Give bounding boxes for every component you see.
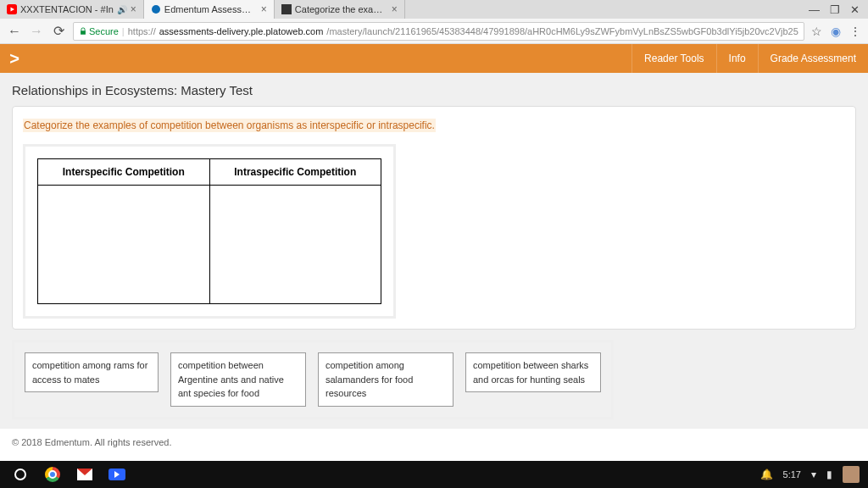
tab-title: Categorize the example [295, 4, 388, 14]
info-link[interactable]: Info [716, 44, 758, 73]
answer-tiles-container: competition among rams for access to mat… [12, 340, 614, 419]
os-taskbar: 🔔 5:17 ▾ ▮ [0, 461, 868, 488]
plato-icon [281, 4, 292, 14]
answer-tile[interactable]: competition among rams for access to mat… [25, 352, 159, 392]
reload-button[interactable]: ⟳ [51, 23, 66, 39]
close-window-button[interactable]: ✕ [850, 3, 860, 16]
audio-icon[interactable]: 🔊 [117, 5, 127, 14]
browser-tab-2[interactable]: Categorize the example × [275, 0, 405, 19]
chrome-app-icon[interactable] [41, 463, 64, 486]
youtube-app-icon[interactable] [105, 463, 129, 486]
youtube-icon [7, 4, 17, 14]
drop-zone-interspecific[interactable] [38, 186, 210, 304]
browser-tab-0[interactable]: XXXTENTACION - #In 🔊 × [0, 0, 144, 19]
page-title: Relationships in Ecosystems: Mastery Tes… [12, 83, 856, 97]
window-controls: — ❐ ✕ [809, 3, 868, 16]
close-icon[interactable]: × [131, 3, 136, 15]
drop-zone-container: Interspecific Competition Intraspecific … [23, 144, 396, 319]
reader-tools-link[interactable]: Reader Tools [632, 44, 716, 73]
back-button[interactable]: ← [7, 24, 22, 39]
drop-zone-intraspecific[interactable] [209, 186, 381, 304]
question-card: Categorize the examples of competition b… [12, 106, 856, 330]
clock[interactable]: 5:17 [783, 469, 801, 480]
browser-tab-1[interactable]: Edmentum Assessment × [144, 0, 275, 19]
tab-title: Edmentum Assessment [164, 4, 258, 14]
menu-icon[interactable]: ⋮ [849, 25, 861, 38]
answer-tile[interactable]: competition between Argentine ants and n… [170, 352, 306, 407]
content-area: Relationships in Ecosystems: Mastery Tes… [0, 73, 868, 429]
categorize-table: Interspecific Competition Intraspecific … [37, 158, 381, 304]
tab-title: XXXTENTACION - #In [20, 4, 114, 14]
extension-icon[interactable]: ◉ [831, 25, 841, 38]
close-icon[interactable]: × [392, 3, 398, 15]
answer-tile[interactable]: competition between sharks and orcas for… [465, 352, 601, 392]
restore-button[interactable]: ❐ [830, 3, 840, 16]
grade-assessment-link[interactable]: Grade Assessment [758, 44, 868, 73]
column-header-interspecific: Interspecific Competition [38, 159, 210, 186]
secure-label: Secure [89, 26, 119, 36]
user-avatar[interactable] [843, 466, 860, 483]
next-button[interactable]: > [0, 44, 29, 73]
secure-indicator: Secure [79, 26, 119, 36]
wifi-icon[interactable]: ▾ [811, 469, 816, 480]
url-input[interactable]: Secure | https://assessments-delivery.pl… [73, 22, 804, 41]
bookmark-icon[interactable]: ☆ [811, 25, 822, 38]
address-bar: ← → ⟳ Secure | https://assessments-deliv… [0, 19, 868, 44]
url-domain: assessments-delivery.ple.platoweb.com [159, 26, 324, 36]
url-path: /mastery/launch/21161965/45383448/479918… [326, 26, 798, 36]
gmail-app-icon[interactable] [73, 463, 97, 486]
footer-copyright: © 2018 Edmentum. All rights reserved. [0, 429, 868, 456]
system-tray: 🔔 5:17 ▾ ▮ [760, 466, 860, 483]
lock-icon [79, 27, 87, 36]
browser-tab-strip: XXXTENTACION - #In 🔊 × Edmentum Assessme… [0, 0, 868, 19]
svg-rect-3 [281, 4, 292, 14]
notification-icon[interactable]: 🔔 [760, 469, 773, 480]
assessment-header: > Reader Tools Info Grade Assessment [0, 44, 868, 73]
minimize-button[interactable]: — [809, 3, 820, 16]
question-text: Categorize the examples of competition b… [23, 119, 436, 132]
column-header-intraspecific: Intraspecific Competition [209, 159, 381, 186]
forward-button[interactable]: → [29, 24, 44, 39]
launcher-button[interactable] [8, 463, 32, 486]
svg-point-2 [152, 5, 160, 14]
answer-tile[interactable]: competition among salamanders for food r… [318, 352, 453, 407]
battery-icon[interactable]: ▮ [826, 469, 832, 480]
edmentum-icon [151, 4, 161, 14]
close-icon[interactable]: × [261, 3, 267, 15]
